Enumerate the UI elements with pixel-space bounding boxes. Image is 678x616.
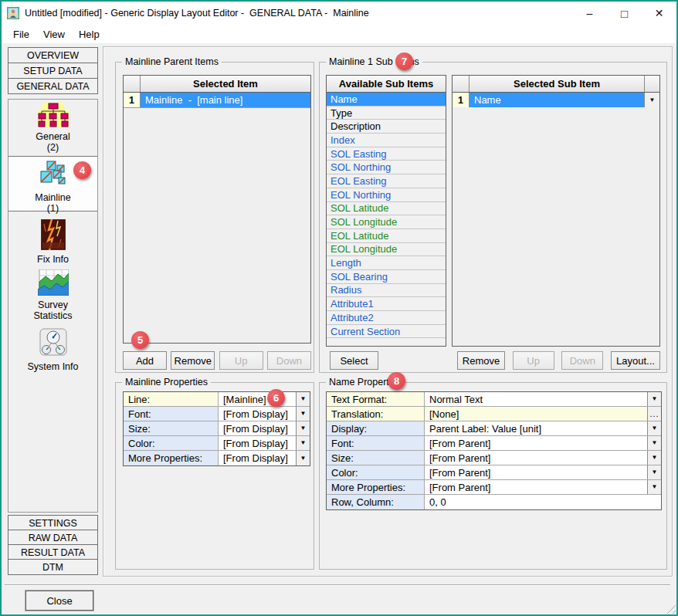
sidebar-item-system-info[interactable]: System Info	[8, 327, 97, 377]
list-item[interactable]: Length	[327, 256, 446, 270]
sidebar-item-general[interactable]: General (2)	[8, 101, 97, 154]
sidebar-item-label: Mainline	[21, 192, 86, 203]
up-sub-button[interactable]: Up	[513, 351, 554, 370]
sidebar-button-raw-data[interactable]: RAW DATA	[8, 530, 98, 546]
table-row[interactable]: 1 Mainline - [main line]	[124, 93, 310, 108]
property-label: Translation:	[327, 407, 425, 421]
sidebar-button-dtm[interactable]: DTM	[8, 559, 98, 575]
sidebar-button-settings[interactable]: SETTINGS	[8, 515, 98, 531]
row-column-value[interactable]: 0, 0	[425, 495, 661, 509]
menu-help[interactable]: Help	[72, 27, 107, 42]
translation-ellipsis-button[interactable]: ...	[647, 407, 661, 421]
color-dropdown-button[interactable]: ▼	[296, 436, 310, 450]
more-properties-value[interactable]: [From Display]	[219, 451, 296, 465]
font-value[interactable]: [From Display]	[219, 407, 296, 421]
list-item[interactable]: EOL Northing	[327, 188, 446, 202]
size-value[interactable]: [From Parent]	[425, 451, 647, 465]
list-item[interactable]: EOL Latitude	[327, 229, 446, 243]
remove-button[interactable]: Remove	[171, 351, 215, 370]
list-item[interactable]: SOL Longitude	[327, 215, 446, 229]
size-dropdown-button[interactable]: ▼	[296, 421, 310, 435]
sidebar-item-label: General	[21, 131, 86, 142]
more-properties-dropdown-button[interactable]: ▼	[296, 451, 310, 465]
list-item[interactable]: Current Section	[327, 325, 446, 339]
selected-sub-item-cell[interactable]: Name	[470, 93, 644, 107]
add-button[interactable]: Add	[123, 351, 167, 370]
line-dropdown-button[interactable]: ▼	[296, 392, 310, 406]
table-header-row: Selected Item	[124, 76, 310, 93]
property-label: Line:	[124, 392, 219, 406]
list-item[interactable]: EOL Easting	[327, 174, 446, 188]
display-value[interactable]: Parent Label: Value [unit]	[425, 421, 647, 435]
color-value[interactable]: [From Display]	[219, 436, 296, 450]
down-sub-button[interactable]: Down	[561, 351, 603, 370]
annotation-badge-6: 6	[267, 389, 285, 407]
property-row-translation: Translation: [None] ...	[327, 407, 661, 421]
text-format-dropdown-button[interactable]: ▼	[647, 392, 661, 406]
sidebar-item-fix-info[interactable]: Fix Info	[8, 218, 97, 266]
sidebar-button-general-data[interactable]: GENERAL DATA	[8, 78, 98, 94]
more-properties-value[interactable]: [From Parent]	[425, 480, 647, 494]
window-body: OVERVIEW SETUP DATA GENERAL DATA	[2, 43, 676, 614]
property-label: Row, Column:	[327, 495, 425, 509]
property-label: Text Format:	[327, 392, 425, 406]
selected-sub-item-header: Selected Sub Item	[470, 76, 644, 92]
sidebar-item-label: System Info	[21, 361, 86, 372]
list-item[interactable]: Description	[327, 120, 446, 134]
list-item[interactable]: Attribute2	[327, 311, 446, 325]
row-number-header	[453, 76, 470, 92]
translation-value[interactable]: [None]	[425, 407, 647, 421]
sidebar-item-count: (1)	[8, 203, 97, 214]
list-item[interactable]: Type	[327, 107, 446, 120]
list-item[interactable]: SOL Bearing	[327, 270, 446, 284]
close-button[interactable]: Close	[25, 591, 93, 611]
font-dropdown-button[interactable]: ▼	[647, 436, 661, 450]
more-properties-dropdown-button[interactable]: ▼	[647, 480, 661, 494]
size-value[interactable]: [From Display]	[219, 421, 296, 435]
list-item[interactable]: Index	[327, 134, 446, 147]
sub-item-dropdown-button[interactable]: ▼	[644, 93, 659, 107]
minimize-button[interactable]: –	[572, 2, 607, 25]
down-button[interactable]: Down	[267, 351, 311, 370]
menu-file[interactable]: File	[6, 27, 36, 42]
available-sub-items-list: Available Sub Items Name Type Descriptio…	[326, 75, 446, 347]
sidebar-item-survey-statistics[interactable]: Survey Statistics	[8, 268, 97, 325]
select-button[interactable]: Select	[330, 351, 378, 370]
selected-item-cell[interactable]: Mainline - [main line]	[141, 93, 310, 107]
sidebar-button-overview[interactable]: OVERVIEW	[8, 47, 98, 63]
display-dropdown-button[interactable]: ▼	[647, 421, 661, 435]
chevron-down-icon: ▼	[652, 455, 658, 461]
ellipsis-icon: ...	[649, 410, 659, 418]
main-panel: Mainline Parent Items Selected Item 1 Ma…	[103, 46, 673, 577]
list-item[interactable]: SOL Northing	[327, 161, 446, 174]
sidebar-button-result-data[interactable]: RESULT DATA	[8, 544, 98, 560]
menu-view[interactable]: View	[36, 27, 72, 42]
size-dropdown-button[interactable]: ▼	[647, 451, 661, 465]
list-item[interactable]: EOL Longitude	[327, 243, 446, 257]
list-item[interactable]: Attribute1	[327, 297, 446, 311]
chevron-down-icon: ▼	[300, 440, 307, 446]
layout-button[interactable]: Layout...	[611, 351, 660, 370]
font-dropdown-button[interactable]: ▼	[296, 407, 310, 421]
remove-sub-button[interactable]: Remove	[457, 351, 505, 370]
list-item[interactable]: SOL Latitude	[327, 202, 446, 216]
list-item[interactable]: Name	[327, 93, 446, 107]
mainline-tiles-icon	[38, 161, 69, 188]
name-properties-table: Text Format: Normal Text ▼ Translation: …	[326, 391, 662, 510]
chevron-down-icon: ▼	[652, 440, 658, 446]
maximize-button[interactable]: □	[607, 2, 642, 25]
font-value[interactable]: [From Parent]	[425, 436, 647, 450]
color-value[interactable]: [From Parent]	[425, 465, 647, 479]
sidebar-button-setup-data[interactable]: SETUP DATA	[8, 63, 98, 79]
survey-statistics-chart-icon	[38, 269, 69, 296]
sidebar-item-label: Survey Statistics	[21, 300, 86, 321]
up-button[interactable]: Up	[219, 351, 263, 370]
list-item[interactable]: SOL Easting	[327, 147, 446, 161]
text-format-value[interactable]: Normal Text	[425, 392, 647, 406]
color-dropdown-button[interactable]: ▼	[647, 465, 661, 479]
list-item[interactable]: Radius	[327, 284, 446, 298]
group-title: Mainline Properties	[122, 377, 211, 388]
resize-grip[interactable]	[664, 602, 676, 614]
table-row[interactable]: 1 Name ▼	[453, 93, 659, 108]
close-window-button[interactable]: ✕	[642, 2, 676, 25]
